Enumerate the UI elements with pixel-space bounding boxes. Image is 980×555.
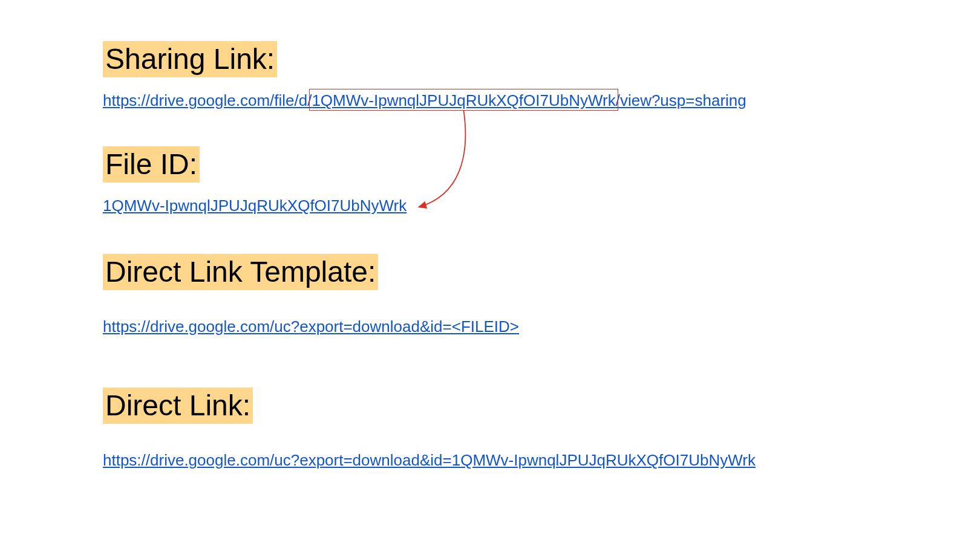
section-file-id: File ID: 1QMWv-IpwnqlJPUJqRUkXQfOI7UbNyW…: [103, 146, 980, 216]
direct-link-url[interactable]: https://drive.google.com/uc?export=downl…: [103, 450, 756, 471]
heading-file-id: File ID:: [103, 146, 200, 183]
section-direct-link-template: Direct Link Template: https://drive.goog…: [103, 254, 980, 337]
heading-direct-link: Direct Link:: [103, 388, 253, 424]
section-direct-link: Direct Link: https://drive.google.com/uc…: [103, 388, 980, 471]
sharing-link-url-part2: /view?usp=sharing: [616, 91, 746, 109]
sharing-link-url-part1: https://drive.google.com/file/d/: [103, 91, 312, 109]
heading-sharing-link: Sharing Link:: [103, 41, 277, 77]
sharing-link-url-container: https://drive.google.com/file/d/1QMWv-Ip…: [103, 77, 746, 111]
heading-direct-link-template: Direct Link Template:: [103, 254, 378, 290]
file-id-value[interactable]: 1QMWv-IpwnqlJPUJqRUkXQfOI7UbNyWrk: [103, 196, 407, 216]
direct-link-template-url[interactable]: https://drive.google.com/uc?export=downl…: [103, 317, 519, 337]
sharing-link-url-fileid: 1QMWv-IpwnqlJPUJqRUkXQfOI7UbNyWrk: [312, 91, 615, 109]
sharing-link-url[interactable]: https://drive.google.com/file/d/1QMWv-Ip…: [103, 91, 746, 111]
section-sharing-link: Sharing Link: https://drive.google.com/f…: [103, 41, 980, 111]
